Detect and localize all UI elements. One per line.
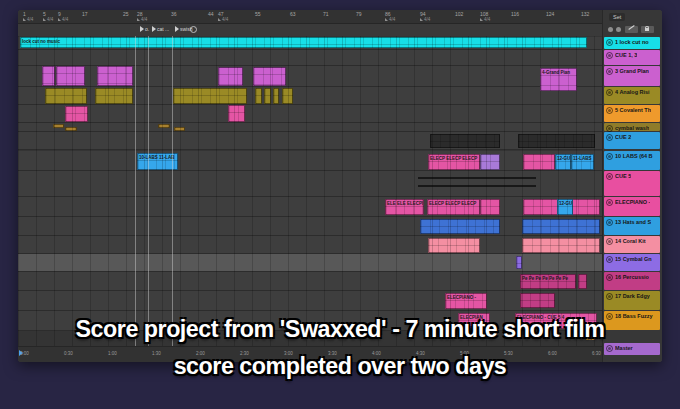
track-header[interactable]: 3 Grand Plan [604,66,660,86]
clip[interactable] [523,154,555,170]
clip[interactable] [264,88,271,104]
clip[interactable] [173,88,247,104]
clip[interactable] [420,219,500,234]
clip[interactable]: 12-GU [557,199,573,215]
track-header-label: CUE 5 [615,173,631,179]
bar-number: 94/4 [58,11,61,17]
clip[interactable] [430,134,500,148]
clip[interactable]: ELECP ELECP ELECP [427,199,480,215]
clip[interactable] [65,127,77,131]
track-header[interactable]: CUE 2 [604,132,660,149]
clip[interactable] [282,88,293,104]
track-header[interactable]: CUE 5 [604,171,660,196]
io-toggle-icon[interactable] [608,27,613,32]
arrangement-area[interactable]: lock cut no music4-Grand Pian10-LABS 11-… [18,36,602,346]
track-header[interactable]: cymbal wash [604,123,660,131]
track-fold-icon[interactable] [606,107,613,114]
clip[interactable]: lock cut no music [20,37,587,48]
track-header-label: 17 Dark Edgy [615,293,650,299]
clip[interactable]: ELECP ELECP ELECP [428,154,480,170]
clip[interactable] [253,67,286,86]
clip[interactable] [255,88,262,104]
clip-label: Pe Pe Pe Pe Pe Pe Pe [521,275,575,281]
track-fold-icon[interactable] [606,89,613,96]
locator-marker[interactable]: o. [140,26,149,32]
track-fold-icon[interactable] [606,293,613,300]
clip[interactable]: 12-GU [555,154,571,170]
track-fold-icon[interactable] [606,274,613,281]
time-signature-label: 4/4 [420,17,430,22]
clip[interactable] [522,238,600,253]
lock-envelopes-button[interactable] [641,26,654,33]
clip[interactable] [97,66,133,86]
track-header[interactable]: ELECPIANO - [604,197,660,216]
track-fold-icon[interactable] [606,199,613,206]
clip[interactable] [480,199,500,215]
clip[interactable] [522,219,600,234]
clip[interactable]: ELECPIANO - [445,293,487,309]
bar-number: 1084/4 [480,11,488,17]
clip[interactable] [218,67,243,86]
track-header[interactable]: 15 Cymbal Gn [604,254,660,271]
track-header[interactable]: CUE 1, 3 [604,50,660,65]
track-fold-icon[interactable] [606,256,613,263]
track-header-label: 3 Grand Plan [615,68,649,74]
clip-label: ELECP ELECP ELECP [428,200,479,206]
clip[interactable] [45,88,87,104]
clip[interactable] [418,185,536,187]
clip[interactable] [56,66,85,86]
track-header[interactable]: 10 LABS (64 B [604,151,660,170]
clip[interactable] [174,127,185,131]
set-button[interactable]: Set [609,13,625,21]
track-header[interactable]: 17 Dark Edgy [604,291,660,310]
track-fold-icon[interactable] [606,52,613,59]
clip[interactable]: ELE ELE ELECPIA [385,199,424,215]
clip[interactable] [516,256,522,269]
clip[interactable] [520,293,555,308]
clip[interactable] [228,105,245,122]
track-header[interactable]: 5 Covalent Th [604,105,660,122]
track-lane [18,50,602,66]
time-signature-label: 4/4 [385,17,395,22]
clip[interactable] [518,134,595,148]
track-header[interactable]: 16 Percussio [604,272,660,290]
bar-number: 79 [356,11,362,17]
clip[interactable] [480,154,500,170]
clip[interactable] [158,124,170,128]
track-fold-icon[interactable] [606,134,613,141]
bar-number: 17 [82,11,88,17]
track-fold-icon[interactable] [606,219,613,226]
bar-ruler[interactable]: 14/454/494/41725284/43644474/45563717986… [18,10,602,24]
clip[interactable] [53,124,64,128]
clip[interactable]: Pe Pe Pe Pe Pe Pe Pe [520,274,576,289]
clip[interactable] [65,106,88,122]
track-header-label: CUE 2 [615,134,631,140]
clip[interactable]: 4-Grand Pian [540,68,577,91]
clip[interactable]: 10-LABS 11-LAB [137,153,178,170]
locator-marker[interactable]: swish [175,26,193,32]
clip[interactable] [95,88,133,104]
track-fold-icon[interactable] [606,153,613,160]
draw-mode-button[interactable] [625,26,638,33]
caption-overlay: Score project from 'Swaxxed' - 7 minute … [10,310,670,384]
track-header[interactable]: 13 Hats and S [604,217,660,235]
track-header[interactable]: 1 lock cut no [604,37,660,49]
clip[interactable] [418,177,536,179]
track-fold-icon[interactable] [606,68,613,75]
monitor-toggle-icon[interactable] [616,27,621,32]
track-header[interactable]: 14 Coral Kit [604,236,660,253]
locator-marker[interactable]: cat ... [152,26,169,32]
clip[interactable] [578,274,587,289]
clip[interactable] [428,238,480,253]
track-fold-icon[interactable] [606,39,613,46]
track-fold-icon[interactable] [606,238,613,245]
clip[interactable] [42,66,55,86]
track-header[interactable]: 4 Analog Risi [604,87,660,104]
track-fold-icon[interactable] [606,125,613,132]
track-lane [18,105,602,123]
clip[interactable] [273,88,279,104]
clip-label: 10-LABS 11-LAB [138,154,177,160]
clip-label: ELE ELE ELECPIA [386,200,423,206]
track-fold-icon[interactable] [606,173,613,180]
clip[interactable]: 11-LABS [571,154,594,170]
